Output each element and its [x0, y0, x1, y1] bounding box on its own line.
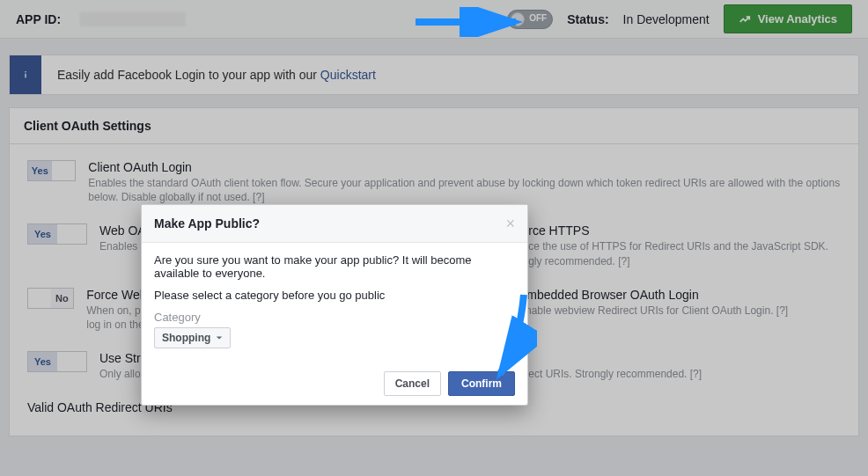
chevron-down-icon	[216, 334, 223, 341]
category-value: Shopping	[162, 332, 210, 344]
confirm-button[interactable]: Confirm	[448, 371, 515, 396]
category-select[interactable]: Shopping	[154, 327, 231, 348]
close-icon[interactable]: ×	[505, 216, 515, 231]
category-label: Category	[154, 311, 515, 324]
make-app-public-modal: Make App Public? × Are you sure you want…	[141, 204, 528, 406]
modal-text-2: Please select a category before you go p…	[154, 289, 515, 302]
cancel-button[interactable]: Cancel	[384, 371, 441, 396]
modal-text-1: Are you sure you want to make your app p…	[154, 253, 515, 280]
modal-title: Make App Public?	[154, 216, 260, 231]
